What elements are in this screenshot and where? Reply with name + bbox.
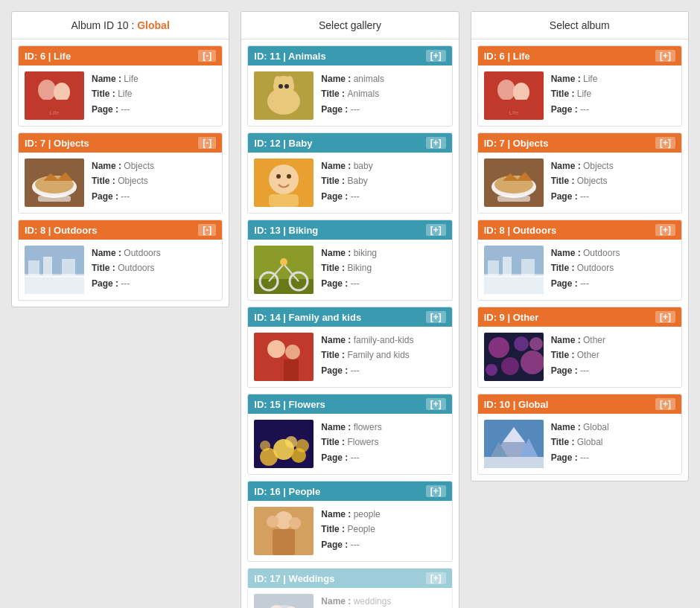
item-header: ID: 8 | Outdoors[+]: [478, 220, 681, 240]
list-item: ID: 13 | Biking[+] Name : biking Title :…: [247, 220, 452, 301]
item-label: ID: 13 | Biking: [254, 225, 318, 236]
column-header: Album ID 10 : Global: [12, 12, 229, 39]
column-0: Album ID 10 : GlobalID: 6 | Life[-] Life…: [11, 11, 229, 307]
item-name: Name : weddings: [321, 594, 391, 608]
list-item: ID: 14 | Family and kids[+] Name : famil…: [247, 307, 452, 388]
svg-rect-71: [484, 274, 544, 278]
svg-point-21: [279, 84, 283, 89]
list-item: ID: 8 | Outdoors[-] Name : Outdoors Titl…: [18, 220, 223, 301]
add-button[interactable]: [+]: [426, 398, 446, 410]
svg-point-73: [489, 337, 509, 358]
item-body: Name : Other Title : Other Page : ---: [478, 327, 681, 387]
item-page: Page : ---: [321, 102, 384, 117]
item-info: Name : Outdoors Title : Outdoors Page : …: [551, 246, 620, 291]
remove-button[interactable]: [-]: [198, 137, 216, 149]
add-button[interactable]: [+]: [426, 224, 446, 236]
add-button[interactable]: [+]: [426, 311, 446, 323]
svg-point-2: [54, 83, 70, 102]
item-header: ID: 6 | Life[+]: [478, 46, 681, 65]
item-name: Name : family-and-kids: [321, 333, 413, 348]
item-info: Name : family-and-kids Title : Family an…: [321, 333, 413, 378]
item-name: Name : biking: [321, 246, 377, 260]
item-title: Title : Outdoors: [551, 260, 620, 275]
column-header: Select album: [471, 12, 688, 39]
svg-point-44: [285, 436, 297, 448]
list-item: ID: 7 | Objects[+] Name : Objects Title …: [477, 132, 682, 214]
item-info: Name : flowers Title : Flowers Page : --…: [321, 420, 381, 465]
item-body: Name : baby Title : Baby Page : ---: [248, 153, 451, 213]
item-label: ID: 9 | Other: [484, 312, 539, 323]
list-item: ID: 8 | Outdoors[+] Name : Outdoors Titl…: [477, 220, 682, 301]
svg-rect-84: [484, 457, 544, 468]
add-button[interactable]: [+]: [655, 398, 675, 410]
svg-point-24: [269, 164, 299, 194]
add-button[interactable]: [+]: [655, 50, 675, 62]
item-title: Title : Other: [551, 348, 605, 362]
list-item: ID: 17 | Weddings[+] Name : weddings Tit…: [247, 568, 452, 608]
item-name: Name : Outdoors: [92, 246, 161, 260]
item-title: Title : Life: [92, 86, 139, 101]
item-body: Name : family-and-kids Title : Family an…: [248, 327, 451, 387]
item-body: Name : Objects Title : Objects Page : --…: [478, 153, 681, 213]
item-page: Page : ---: [551, 450, 609, 465]
svg-point-75: [521, 351, 544, 374]
item-info: Name : weddings Title : Weddings Page : …: [321, 594, 391, 608]
item-header: ID: 14 | Family and kids[+]: [248, 307, 451, 327]
item-title: Title : Outdoors: [92, 260, 161, 275]
item-header: ID: 6 | Life[-]: [19, 46, 222, 65]
svg-point-77: [486, 364, 497, 376]
add-button[interactable]: [+]: [655, 224, 675, 236]
item-body: Name : Outdoors Title : Outdoors Page : …: [478, 240, 681, 300]
item-thumbnail: [25, 246, 84, 294]
item-title: Title : Objects: [551, 173, 614, 188]
item-body: Name : weddings Title : Weddings Page : …: [248, 588, 451, 608]
item-label: ID: 17 | Weddings: [254, 573, 334, 584]
svg-text:Life: Life: [509, 109, 518, 116]
item-label: ID: 6 | Life: [25, 51, 71, 62]
list-item: ID: 16 | People[+] Name : people Title :…: [247, 481, 452, 562]
item-page: Page : ---: [321, 276, 377, 291]
item-header: ID: 12 | Baby[+]: [248, 133, 451, 153]
column-2: Select albumID: 6 | Life[+] Life Name : …: [471, 11, 689, 481]
item-title: Title : Objects: [92, 173, 154, 188]
item-page: Page : ---: [321, 450, 381, 465]
item-label: ID: 15 | Flowers: [254, 399, 325, 410]
item-body: Life Name : Life Title : Life Page : ---: [478, 65, 681, 126]
add-button[interactable]: [+]: [426, 572, 446, 584]
item-thumbnail: [254, 420, 314, 468]
item-body: Name : Outdoors Title : Outdoors Page : …: [19, 240, 222, 300]
item-body: Name : Objects Title : Objects Page : --…: [19, 153, 222, 213]
item-body: Life Name : Life Title : Life Page : ---: [19, 65, 222, 126]
item-info: Name : biking Title : Biking Page : ---: [321, 246, 377, 291]
item-thumbnail: [484, 246, 544, 294]
item-title: Title : Baby: [321, 173, 372, 188]
item-thumbnail: [254, 594, 314, 608]
item-title: Title : Life: [551, 86, 598, 101]
add-button[interactable]: [+]: [426, 137, 446, 149]
item-header: ID: 8 | Outdoors[-]: [19, 220, 222, 240]
item-name: Name : Outdoors: [551, 246, 620, 260]
svg-point-26: [287, 174, 291, 179]
item-page: Page : ---: [92, 189, 154, 204]
item-body: Name : people Title : People Page : ---: [248, 501, 451, 561]
item-info: Name : Objects Title : Objects Page : --…: [551, 159, 614, 204]
add-button[interactable]: [+]: [426, 50, 446, 62]
svg-point-57: [497, 80, 515, 100]
item-name: Name : Life: [92, 71, 139, 86]
item-title: Title : Animals: [321, 86, 384, 101]
remove-button[interactable]: [-]: [198, 224, 216, 236]
item-name: Name : animals: [321, 71, 384, 86]
list-item: ID: 12 | Baby[+] Name : baby Title : Bab…: [247, 132, 452, 214]
item-thumbnail: [484, 159, 544, 207]
svg-rect-39: [284, 359, 299, 381]
add-button[interactable]: [+]: [655, 311, 675, 323]
item-page: Page : ---: [321, 537, 380, 552]
item-header: ID: 10 | Global[+]: [478, 394, 681, 414]
svg-point-36: [267, 340, 285, 358]
remove-button[interactable]: [-]: [198, 50, 216, 62]
add-button[interactable]: [+]: [655, 137, 675, 149]
add-button[interactable]: [+]: [426, 485, 446, 497]
item-title: Title : Biking: [321, 260, 377, 275]
svg-point-25: [276, 174, 281, 179]
header-highlight: Global: [137, 19, 170, 31]
